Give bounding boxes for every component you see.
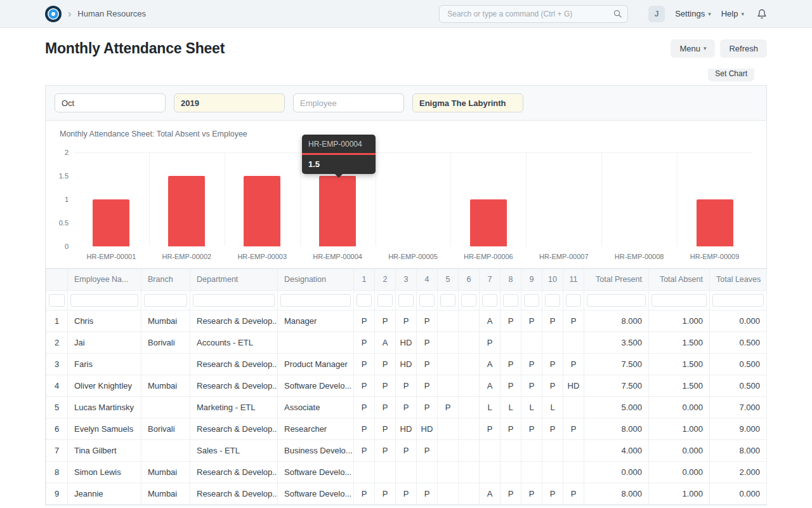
cell-day-7[interactable]: A [480, 354, 501, 375]
cell-day-8[interactable]: P [501, 418, 521, 440]
cell-day-1[interactable]: P [354, 375, 375, 397]
menu-button[interactable]: Menu ▾ [671, 39, 715, 58]
cell-day-5[interactable] [438, 462, 459, 483]
avatar[interactable]: J [648, 6, 665, 22]
settings-menu[interactable]: Settings ▾ [675, 9, 711, 18]
chart-bar[interactable] [244, 176, 280, 246]
column-header-day-11[interactable]: 11 [563, 269, 584, 291]
breadcrumb[interactable]: Human Resources [77, 9, 146, 18]
cell-day-4[interactable]: P [417, 354, 438, 375]
cell-day-5[interactable] [438, 483, 459, 505]
notifications-bell-icon[interactable] [757, 9, 767, 19]
chart-bar[interactable] [93, 199, 129, 246]
column-filter-input-day-1[interactable] [357, 294, 372, 307]
cell-day-3[interactable]: HD [396, 354, 417, 375]
cell-total-absent[interactable]: 1.000 [649, 418, 710, 440]
cell-day-3[interactable] [396, 462, 417, 483]
cell-day-7[interactable]: A [480, 483, 501, 505]
cell-day-7[interactable] [480, 462, 501, 483]
cell-day-9[interactable]: P [521, 311, 542, 332]
cell-day-11[interactable]: P [563, 483, 584, 505]
column-filter-input-day-4[interactable] [419, 294, 435, 307]
cell-total-leaves[interactable]: 8.000 [710, 440, 767, 462]
cell-day-6[interactable] [459, 483, 480, 505]
cell-designation[interactable]: Software Develo... [278, 483, 354, 505]
cell-day-4[interactable]: P [417, 440, 438, 462]
column-header-day-8[interactable]: 8 [501, 269, 521, 291]
cell-day-4[interactable]: P [417, 375, 438, 397]
cell-total-leaves[interactable]: 0.500 [710, 354, 767, 375]
refresh-button[interactable]: Refresh [720, 39, 767, 58]
cell-day-11[interactable]: P [563, 354, 584, 375]
cell-day-5[interactable] [438, 311, 459, 332]
cell-total-present[interactable]: 7.500 [584, 375, 649, 397]
column-filter-input-idx[interactable] [49, 294, 65, 307]
cell-total-present[interactable]: 8.000 [584, 418, 649, 440]
cell-day-5[interactable] [438, 418, 459, 440]
cell-total-absent[interactable]: 0.000 [649, 462, 710, 483]
cell-designation[interactable]: Associate [278, 397, 354, 418]
cell-total-present[interactable]: 3.500 [584, 332, 649, 354]
column-header-idx[interactable] [46, 269, 68, 291]
cell-day-7[interactable]: L [480, 397, 501, 418]
cell-branch[interactable]: Mumbai [141, 375, 190, 397]
cell-branch[interactable]: Mumbai [141, 311, 190, 332]
cell-day-2[interactable] [375, 462, 396, 483]
cell-total-present[interactable]: 4.000 [584, 440, 649, 462]
cell-idx[interactable]: 9 [46, 483, 68, 505]
cell-total-present[interactable]: 5.000 [584, 397, 649, 418]
column-filter-input-day-7[interactable] [482, 294, 497, 307]
cell-day-2[interactable]: P [375, 375, 396, 397]
cell-day-10[interactable]: P [542, 418, 563, 440]
column-header-total-leaves[interactable]: Total Leaves [710, 269, 767, 291]
employee-filter-input[interactable] [293, 93, 404, 112]
cell-branch[interactable] [141, 397, 190, 418]
cell-day-1[interactable]: P [354, 418, 375, 440]
column-filter-input-day-9[interactable] [524, 294, 539, 307]
cell-day-9[interactable] [521, 462, 542, 483]
cell-day-1[interactable]: P [354, 311, 375, 332]
column-header-day-9[interactable]: 9 [521, 269, 542, 291]
column-header-designation[interactable]: Designation [278, 269, 354, 291]
help-menu[interactable]: Help ▾ [721, 9, 744, 18]
company-filter-input[interactable] [412, 93, 523, 112]
cell-designation[interactable] [278, 332, 354, 354]
cell-idx[interactable]: 4 [46, 375, 68, 397]
cell-day-3[interactable]: P [396, 397, 417, 418]
column-filter-input-branch[interactable] [144, 294, 187, 307]
column-header-day-5[interactable]: 5 [438, 269, 459, 291]
cell-designation[interactable]: Business Develo... [278, 440, 354, 462]
cell-day-5[interactable] [438, 375, 459, 397]
cell-day-7[interactable]: P [480, 418, 501, 440]
cell-day-5[interactable] [438, 440, 459, 462]
cell-branch[interactable] [141, 354, 190, 375]
cell-department[interactable]: Research & Develop... [190, 462, 278, 483]
cell-day-10[interactable]: P [542, 483, 563, 505]
cell-day-8[interactable]: P [501, 483, 521, 505]
cell-department[interactable]: Accounts - ETL [190, 332, 278, 354]
column-filter-input-employee[interactable] [70, 294, 138, 307]
column-filter-input-day-10[interactable] [545, 294, 560, 307]
cell-branch[interactable]: Borivali [141, 332, 190, 354]
cell-idx[interactable]: 8 [46, 462, 68, 483]
cell-employee[interactable]: Oliver Knightley [68, 375, 141, 397]
cell-day-10[interactable] [542, 332, 563, 354]
cell-day-3[interactable]: P [396, 483, 417, 505]
cell-day-2[interactable]: P [375, 440, 396, 462]
column-filter-input-day-2[interactable] [377, 294, 393, 307]
column-header-branch[interactable]: Branch [141, 269, 190, 291]
cell-day-2[interactable]: A [375, 332, 396, 354]
column-header-day-3[interactable]: 3 [396, 269, 417, 291]
cell-total-present[interactable]: 7.500 [584, 354, 649, 375]
cell-day-10[interactable]: P [542, 311, 563, 332]
cell-idx[interactable]: 6 [46, 418, 68, 440]
cell-total-present[interactable]: 0.000 [584, 462, 649, 483]
search-input[interactable] [439, 5, 628, 23]
cell-employee[interactable]: Jeannie [68, 483, 141, 505]
cell-department[interactable]: Research & Develop... [190, 483, 278, 505]
column-header-employee[interactable]: Employee Na... [68, 269, 141, 291]
column-filter-input-total-present[interactable] [587, 294, 646, 307]
cell-day-9[interactable]: P [521, 375, 542, 397]
cell-day-4[interactable]: HD [417, 418, 438, 440]
cell-day-10[interactable]: P [542, 375, 563, 397]
